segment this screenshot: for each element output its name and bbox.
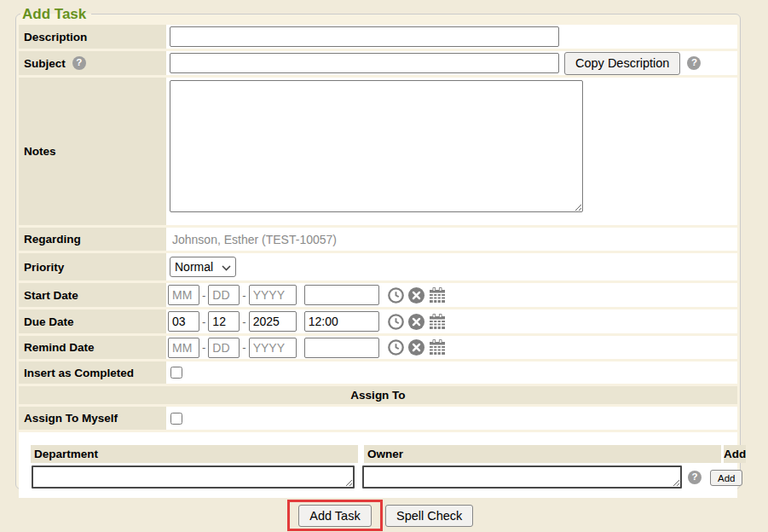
notes-label: Notes [19, 78, 166, 225]
start-date-year-input[interactable] [249, 285, 297, 305]
date-separator: - [202, 315, 205, 328]
start-date-row: Start Date - - [19, 283, 737, 307]
subject-input[interactable] [170, 53, 559, 73]
priority-cell: Normal [166, 253, 737, 280]
priority-select[interactable]: Normal [170, 257, 236, 277]
click-target-highlight: Add Task [287, 500, 383, 531]
form-title: Add Task [20, 5, 91, 23]
spell-check-button[interactable]: Spell Check [385, 505, 473, 527]
due-date-icons [387, 313, 447, 331]
department-column-header: Department [31, 445, 358, 463]
description-label: Description [19, 25, 166, 49]
insert-completed-row: Insert as Completed [19, 361, 737, 384]
copy-description-button[interactable]: Copy Description [564, 52, 680, 75]
add-task-button[interactable]: Add Task [298, 505, 371, 527]
insert-completed-cell [166, 361, 737, 384]
due-date-year-input[interactable] [249, 311, 297, 332]
insert-completed-label: Insert as Completed [19, 361, 166, 384]
due-date-day-input[interactable] [208, 311, 240, 332]
start-date-time-input[interactable] [304, 285, 379, 305]
assign-myself-row: Assign To Myself [19, 407, 737, 430]
clock-icon[interactable] [387, 338, 405, 356]
remind-date-icons [387, 338, 447, 356]
remind-date-month-input[interactable] [168, 338, 199, 358]
assign-table: Department Owner Add ? Add [19, 432, 737, 498]
clear-date-icon[interactable] [407, 313, 425, 331]
notes-cell [166, 78, 737, 225]
description-row: Description [19, 25, 737, 49]
date-separator: - [202, 341, 205, 354]
regarding-value: Johnson, Esther (TEST-10057) [168, 233, 337, 246]
remind-date-label: Remind Date [19, 336, 166, 359]
start-date-icons [387, 286, 447, 304]
add-column-header: Add [724, 445, 746, 463]
remind-date-time-input[interactable] [304, 338, 379, 358]
clear-date-icon[interactable] [407, 338, 425, 356]
calendar-icon[interactable] [428, 286, 447, 304]
department-input[interactable] [32, 466, 355, 489]
subject-label: Subject [24, 57, 66, 70]
due-date-row: Due Date - - [19, 309, 737, 333]
start-date-day-input[interactable] [208, 285, 240, 305]
description-input[interactable] [170, 26, 559, 47]
copy-description-help-icon[interactable]: ? [687, 56, 701, 70]
remind-date-cell: - - [166, 336, 737, 359]
date-separator: - [242, 315, 245, 328]
priority-label: Priority [19, 253, 166, 280]
due-date-label: Due Date [19, 309, 166, 333]
add-task-form: Add Task Description Subject ? Copy Desc… [15, 5, 741, 489]
owner-input[interactable] [362, 466, 682, 489]
calendar-icon[interactable] [428, 338, 447, 356]
subject-help-icon[interactable]: ? [72, 56, 86, 70]
assign-to-section-header: Assign To [19, 386, 737, 404]
start-date-label: Start Date [19, 283, 166, 307]
clock-icon[interactable] [387, 313, 405, 331]
clear-date-icon[interactable] [407, 286, 425, 304]
remind-date-year-input[interactable] [249, 338, 297, 358]
priority-row: Priority Normal [19, 253, 737, 280]
clock-icon[interactable] [387, 286, 405, 304]
due-date-month-input[interactable] [168, 311, 199, 332]
remind-date-row: Remind Date - - [19, 336, 737, 359]
subject-cell: Copy Description ? [166, 51, 737, 75]
assign-myself-cell [166, 407, 737, 430]
date-separator: - [242, 341, 245, 354]
assign-myself-label: Assign To Myself [19, 407, 166, 430]
owner-help-icon[interactable]: ? [688, 471, 702, 484]
notes-textarea[interactable] [170, 80, 583, 212]
calendar-icon[interactable] [428, 313, 447, 331]
owner-column-header: Owner [364, 445, 721, 463]
chevron-down-icon [222, 260, 231, 274]
subject-row: Subject ? Copy Description ? [19, 51, 737, 75]
date-separator: - [202, 289, 205, 302]
assign-myself-checkbox[interactable] [170, 413, 182, 425]
date-separator: - [242, 289, 245, 302]
add-assignment-button[interactable]: Add [710, 470, 742, 486]
regarding-label: Regarding [19, 228, 166, 251]
insert-completed-checkbox[interactable] [170, 367, 182, 379]
regarding-cell: Johnson, Esther (TEST-10057) [166, 228, 737, 251]
remind-date-day-input[interactable] [208, 338, 240, 358]
notes-row: Notes [19, 78, 737, 225]
description-cell [166, 25, 737, 49]
regarding-row: Regarding Johnson, Esther (TEST-10057) [19, 228, 737, 251]
start-date-cell: - - [166, 283, 737, 307]
due-date-cell: - - [166, 309, 737, 333]
due-date-time-input[interactable] [304, 311, 379, 332]
priority-selected-value: Normal [175, 260, 213, 274]
subject-label-cell: Subject ? [19, 51, 166, 75]
start-date-month-input[interactable] [168, 285, 199, 305]
